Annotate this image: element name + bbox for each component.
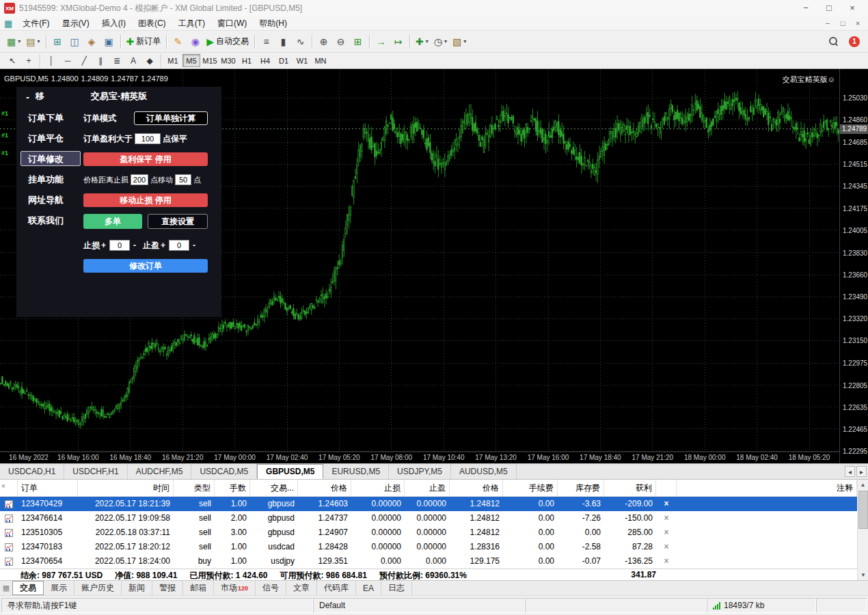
- tile-windows-button[interactable]: ⊞: [349, 33, 366, 50]
- tab-news[interactable]: 新闻: [122, 581, 152, 595]
- close-icon[interactable]: ×: [664, 528, 668, 537]
- tab-articles[interactable]: 文章: [286, 581, 317, 595]
- fibonacci-tool-button[interactable]: ≣: [109, 54, 125, 68]
- timeframe-m30[interactable]: M30: [219, 54, 237, 67]
- menu-view[interactable]: 显示(V): [56, 16, 96, 31]
- chart-restore-button[interactable]: □: [835, 19, 850, 27]
- zoom-in-button[interactable]: ⊕: [315, 33, 332, 50]
- chart-tab-audchf-m5[interactable]: AUDCHF,M5: [128, 464, 192, 479]
- scroll-up-icon[interactable]: ▲: [858, 480, 868, 490]
- window-maximize-button[interactable]: □: [817, 0, 841, 16]
- order-mode-button[interactable]: 订单单独计算: [134, 111, 208, 125]
- ea-move-button[interactable]: 移: [36, 90, 49, 102]
- table-row[interactable]: 1234706542022.05.17 18:24:00buy1.00usdjp…: [0, 554, 857, 569]
- chart-shift-button[interactable]: ↦: [390, 33, 407, 50]
- tab-experts[interactable]: EA: [356, 581, 381, 595]
- timeframe-h1[interactable]: H1: [238, 54, 256, 67]
- trailing-step-input[interactable]: [175, 174, 191, 185]
- profiles-button[interactable]: ▤▾: [23, 33, 42, 50]
- header-cell[interactable]: 时间: [78, 480, 174, 496]
- tab-scroll-right-button[interactable]: ▸: [856, 466, 867, 477]
- line-chart-type-button[interactable]: ∿: [292, 33, 309, 50]
- chart-tab-usdchf-h1[interactable]: USDCHF,H1: [64, 464, 127, 479]
- terminal-button[interactable]: ▣: [100, 33, 118, 50]
- take-profit-input[interactable]: [169, 240, 189, 251]
- header-cell[interactable]: 止盈: [405, 480, 450, 496]
- tab-exposure[interactable]: 展示: [44, 581, 74, 595]
- auto-scroll-button[interactable]: →: [372, 33, 390, 50]
- mql5-community-button[interactable]: ◉: [187, 33, 204, 50]
- chart-tab-audusd-m5[interactable]: AUDUSD,M5: [451, 464, 517, 479]
- autotrading-button[interactable]: ▶自动交易: [204, 33, 252, 50]
- timeframe-m15[interactable]: M15: [201, 54, 219, 67]
- chart-tab-gbpusd-m5[interactable]: GBPUSD,M5: [257, 464, 323, 479]
- tab-code-base[interactable]: 代码库: [317, 581, 356, 595]
- tab-alerts[interactable]: 警报: [152, 581, 183, 595]
- trailing-distance-input[interactable]: [131, 174, 148, 185]
- bar-chart-type-button[interactable]: ≡: [258, 33, 275, 50]
- buy-orders-button[interactable]: 多单: [83, 214, 142, 229]
- close-position-button[interactable]: ×: [656, 511, 677, 525]
- table-row[interactable]: 1234701832022.05.17 18:20:12sell1.00usdc…: [0, 540, 857, 554]
- data-window-button[interactable]: ◫: [66, 33, 83, 50]
- header-cell[interactable]: 交易...: [250, 480, 298, 496]
- vertical-line-tool-button[interactable]: │: [43, 54, 59, 68]
- modify-order-button[interactable]: 修改订单: [83, 259, 208, 273]
- menu-file[interactable]: 文件(F): [16, 16, 55, 31]
- ea-menu-close-order[interactable]: 订单平仓: [21, 131, 81, 146]
- tab-journal[interactable]: 日志: [381, 581, 412, 595]
- close-icon[interactable]: ×: [664, 513, 668, 523]
- header-cell[interactable]: 手数: [215, 480, 250, 496]
- header-cell[interactable]: 注释: [677, 480, 857, 496]
- scrollbar-thumb[interactable]: [858, 491, 868, 529]
- tab-mailbox[interactable]: 邮箱: [183, 581, 214, 595]
- close-icon[interactable]: ×: [664, 556, 668, 566]
- menu-charts[interactable]: 图表(C): [132, 16, 172, 31]
- indicators-button[interactable]: ✚▾: [413, 33, 431, 50]
- window-minimize-button[interactable]: −: [794, 0, 817, 16]
- ea-minimize-button[interactable]: -: [26, 91, 36, 102]
- header-cell[interactable]: [656, 480, 677, 496]
- chart-tab-eurusd-m5[interactable]: EURUSD,M5: [323, 464, 389, 479]
- chart-minimize-button[interactable]: −: [820, 19, 835, 27]
- timeframe-h4[interactable]: H4: [256, 54, 274, 67]
- timeframe-m5[interactable]: M5: [182, 54, 200, 67]
- notifications-badge[interactable]: 1: [849, 36, 860, 47]
- ea-panel-titlebar[interactable]: - 移 交易宝-精英版: [16, 87, 221, 106]
- menu-tools[interactable]: 工具(T): [172, 16, 211, 31]
- candlestick-chart-type-button[interactable]: ▮: [275, 33, 292, 50]
- terminal-tab-selector-icon[interactable]: ▦: [0, 581, 12, 595]
- price-axis[interactable]: 1.250301.248601.246851.245151.243451.241…: [839, 69, 868, 463]
- close-icon[interactable]: ×: [664, 542, 668, 551]
- new-order-button[interactable]: ✚新订单: [124, 33, 164, 50]
- ea-menu-place-order[interactable]: 订单下单: [21, 110, 81, 125]
- trailing-stop-toggle-button[interactable]: 移动止损 停用: [83, 193, 208, 207]
- stop-loss-plus-button[interactable]: +: [101, 241, 106, 250]
- menu-help[interactable]: 帮助(H): [253, 16, 293, 31]
- cursor-tool-button[interactable]: ↖: [4, 54, 21, 68]
- header-cell[interactable]: 止损: [351, 480, 405, 496]
- close-icon[interactable]: ×: [664, 499, 668, 508]
- table-row[interactable]: 1234766142022.05.17 19:09:58sell2.00gbpu…: [0, 511, 857, 525]
- channel-tool-button[interactable]: ∥: [92, 54, 109, 68]
- timeframe-m1[interactable]: M1: [164, 54, 182, 67]
- stop-loss-minus-button[interactable]: -: [133, 241, 136, 250]
- header-cell[interactable]: 库存费: [558, 480, 604, 496]
- header-cell[interactable]: 获利: [604, 480, 656, 496]
- close-position-button[interactable]: ×: [656, 540, 677, 554]
- metaeditor-button[interactable]: ✎: [169, 33, 187, 50]
- stop-loss-input[interactable]: [109, 240, 130, 251]
- menu-insert[interactable]: 插入(I): [96, 16, 132, 31]
- chart-system-icon[interactable]: ▦: [4, 18, 12, 29]
- breakeven-toggle-button[interactable]: 盈利保平 停用: [83, 152, 208, 166]
- market-watch-button[interactable]: ⊞: [49, 33, 66, 50]
- tab-trade[interactable]: 交易: [12, 581, 44, 595]
- new-chart-button[interactable]: ▦▾: [4, 33, 23, 50]
- time-axis[interactable]: 16 May 202216 May 16:0016 May 18:4016 Ma…: [0, 453, 839, 463]
- horizontal-line-tool-button[interactable]: ─: [59, 54, 76, 68]
- terminal-close-button[interactable]: ×: [1, 482, 5, 490]
- take-profit-plus-button[interactable]: +: [161, 241, 165, 250]
- tab-scroll-left-button[interactable]: ◂: [845, 466, 855, 477]
- arrows-tool-button[interactable]: ◆: [141, 54, 158, 68]
- header-cell[interactable]: 价格: [298, 480, 351, 496]
